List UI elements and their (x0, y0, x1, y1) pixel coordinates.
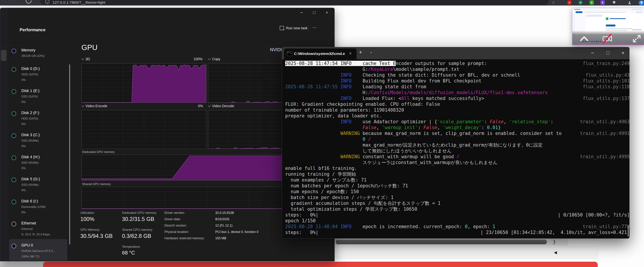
sidebar-item[interactable]: Disk 2 (F:) HDD (SATA) 0% (9, 107, 67, 128)
g-extension-icon[interactable]: G (578, 0, 583, 5)
idm-extension-icon[interactable]: ⬇ (590, 0, 594, 5)
bookmark-star-icon[interactable]: ☆ (551, 0, 556, 5)
device-ring-icon (12, 244, 16, 248)
sidebar-item[interactable]: Disk 5 (G:) SSD (NVMe) 0% (9, 173, 67, 194)
log-source-ref: flux_train.py:249 (583, 60, 630, 66)
collapse-left-icon[interactable]: ◀ (554, 250, 557, 255)
sidebar-item[interactable]: Disk 4 (H:) SSD (NVMe) 0% (9, 151, 67, 172)
terminal-tab[interactable]: C:\_ C:\Windows\system32\cmd.e ✕ (284, 48, 356, 59)
page-horizontal-scrollbar[interactable]: ❯ (335, 239, 568, 246)
chevron-down-icon (208, 58, 211, 60)
chevron-up-icon[interactable] (580, 36, 588, 42)
url-bar[interactable]: 127.0.0.1:7860/?__theme=light (40, 0, 549, 5)
detail-label: Driver date: (164, 218, 181, 221)
terminal-line: H:/ConfiuiModels/models/diffusion_models… (285, 90, 630, 96)
terminal-line: 0 / (285, 136, 630, 142)
sidebar-item-subtitle: 28/126 GB (22%) (21, 54, 44, 58)
temperature-label: Temperature (122, 245, 140, 249)
terminal-scrollbar-thumb[interactable] (628, 226, 629, 237)
sidebar-item[interactable]: Ethernet Ethernet S: 24.0 R: 32.0 Kbps (9, 217, 67, 238)
sidebar-item[interactable]: Disk 6 (I:) Removable (USB) 0% (9, 195, 67, 216)
terminal-line: INFO use Adafactor optimizer | {'scale_p… (285, 119, 630, 125)
sidebar-item-subtitle: SSD (NVMe) (21, 139, 39, 142)
terminal-line: WARNING constant_with_warmup will be goo… (285, 154, 630, 160)
gpu-3d-chart (82, 63, 206, 103)
terminal-titlebar[interactable]: C:\_ C:\Windows\system32\cmd.e ✕ + ⌄ ✕ (282, 47, 629, 59)
adobe-pdf-extension-icon[interactable]: A (567, 0, 572, 5)
terminal-line: INFO Loaded Flux: <All keys matched succ… (285, 96, 630, 101)
sidebar-item-stat: 0% (21, 166, 26, 170)
puzzle-extensions-icon[interactable] (612, 0, 616, 5)
expand-icon[interactable] (632, 34, 641, 43)
header-divider (308, 26, 308, 33)
sidebar-item-stat: S: 24.0 R: 32.0 Kbps (21, 233, 50, 236)
maximize-button[interactable] (310, 9, 318, 16)
log-source-ref: flux_utils.py:137 (583, 96, 630, 101)
chart-label-3d[interactable]: 3D (82, 57, 90, 61)
sidebar-item[interactable]: GPU 0 NVIDIA GeForce RTX 5... 100% (68 °… (9, 239, 67, 261)
terminal-line: INFO Building Flux model dev from BFL ch… (285, 78, 630, 84)
maximize-button[interactable] (604, 49, 612, 57)
gpu-video-encode-chart (82, 110, 206, 149)
detail-value: 8/15/2025 (215, 218, 230, 221)
terminal-line: num batches per epoch / 1epochのバッチ数: 71 (285, 183, 630, 189)
sidebar-item[interactable]: Disk 0 (D:) HDD (SATA) 0% (9, 62, 67, 84)
chart-label-copy[interactable]: Copy (208, 57, 220, 61)
minimize-button[interactable] (297, 9, 306, 16)
close-button[interactable]: ✕ (323, 9, 331, 16)
sidebar-item-stat: 0% (21, 122, 26, 126)
gpu-memory-label: GPU Memory (80, 228, 100, 232)
dedicated-memory-label: Dedicated GPU memory (82, 150, 114, 154)
detail-value: 155 MB (215, 236, 226, 240)
page-hscroll-thumb[interactable] (336, 240, 547, 244)
sidebar-item-subtitle: Ethernet (21, 227, 33, 231)
dedicated-stat-label: Dedicated GPU memory (122, 211, 156, 215)
profile-icon[interactable] (627, 0, 632, 5)
minimize-button[interactable] (589, 49, 596, 57)
more-options-button[interactable]: ⋯ (312, 25, 317, 30)
terminal-line: して無効にしたほうがいいかもしれません (285, 148, 630, 154)
terminal-line: number of trainable parameters: 11901408… (285, 107, 630, 113)
sidebar-item-subtitle: HDD (SATA) (21, 73, 38, 76)
new-tab-button[interactable]: + (359, 49, 362, 55)
sidebar-item[interactable]: Disk 1 (E:) SSD (SATA) 0% (9, 84, 67, 106)
terminal-line: スケジューラはconstant_with_warmupが良いかもしれません (285, 160, 630, 166)
shared-stat-label: Shared GPU memory (122, 228, 152, 232)
site-info-icon[interactable] (45, 0, 50, 4)
tab-dropdown-icon[interactable]: ⌄ (370, 50, 372, 54)
sidebar-item-title: Memory (21, 48, 35, 52)
run-new-task-button[interactable]: Run new task (280, 26, 308, 30)
camera-off-icon[interactable] (602, 34, 613, 44)
shared-memory-label: Shared GPU memory (82, 182, 111, 186)
close-button[interactable]: ✕ (619, 49, 627, 57)
device-ring-icon (12, 111, 16, 116)
reload-icon[interactable] (24, 0, 32, 5)
sidebar-item[interactable]: Memory 28/126 GB (22%) (9, 44, 67, 66)
log-source-ref: flux_utils.py:43 (586, 72, 630, 78)
screen-share-pip-window[interactable]: Outlook (572, 8, 644, 45)
gpu-memory-value: 30.5/94.3 GB (80, 233, 113, 239)
chevron-down-icon (208, 104, 211, 107)
sidebar-item-stat: 0% (21, 144, 26, 148)
downloader-extension-icon[interactable]: ⬇ (600, 0, 605, 5)
wheat-avatar-icon[interactable] (638, 0, 644, 5)
sidebar-scrollbar[interactable] (69, 64, 70, 244)
terminal-output[interactable]: 2025-08-28 11:47:54 INFO cache Text Enco… (282, 59, 630, 238)
device-ring-icon (12, 48, 16, 53)
chart-label-video-encode[interactable]: Video Encode (82, 104, 107, 108)
log-source-ref: | 0/10650 [00:00<?, ?it/s] (558, 212, 630, 218)
sidebar-item-title: Disk 1 (E:) (21, 88, 40, 93)
sidebar-item[interactable]: Disk 3 (C:) SSD (NVMe) 0% (9, 129, 67, 150)
scroll-right-arrow-icon[interactable]: ❯ (552, 239, 556, 244)
terminal-line: batch size per device / バッチサイズ: 1 (285, 194, 630, 200)
terminal-line: 2025-08-28 11:47:55 INFO Loading state d… (285, 84, 630, 90)
tab-close-icon[interactable]: ✕ (349, 52, 352, 56)
screen: ❯ ◀ ✕ Performance Run new task ⋯ Memory … (0, 0, 644, 267)
gpu-panel-title: GPU (82, 43, 98, 52)
terminal-window: C:\_ C:\Windows\system32\cmd.e ✕ + ⌄ ✕ 2… (282, 47, 630, 238)
shared-stat-value: 0.3/62.8 GB (122, 233, 151, 239)
nav-rail-selected-item[interactable] (1, 50, 6, 61)
chart-label-video-decode[interactable]: Video Decode (208, 104, 234, 108)
page-collapse-panel: ◀ (335, 247, 598, 259)
terminal-line: num examples / サンプル数: 71 (285, 177, 630, 183)
